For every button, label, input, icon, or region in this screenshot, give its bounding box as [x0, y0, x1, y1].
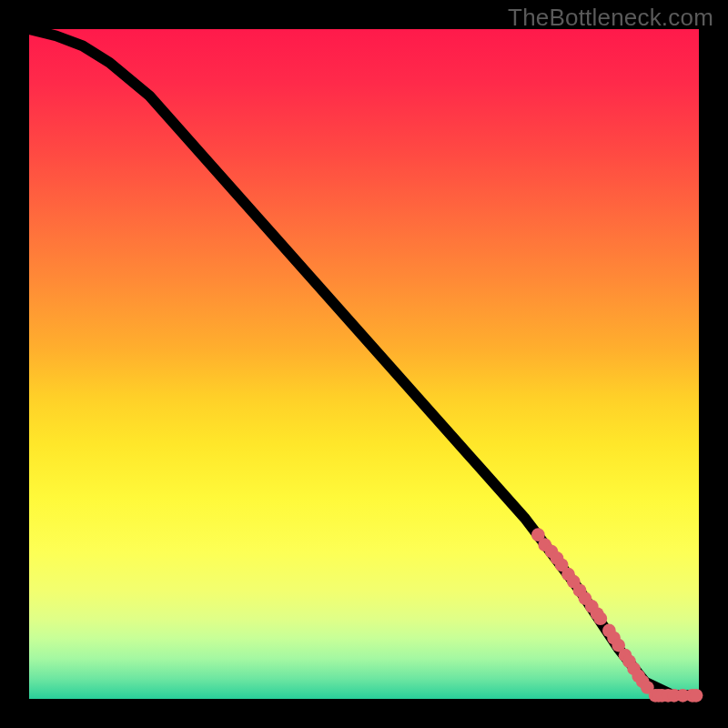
watermark-label: TheBottleneck.com: [508, 4, 713, 32]
curve-line: [29, 29, 699, 695]
data-point: [690, 689, 703, 703]
plot-area: [29, 29, 699, 699]
data-point: [593, 612, 607, 625]
chart-svg: [29, 29, 699, 699]
data-points: [531, 528, 703, 702]
chart-frame: TheBottleneck.com: [0, 0, 728, 728]
